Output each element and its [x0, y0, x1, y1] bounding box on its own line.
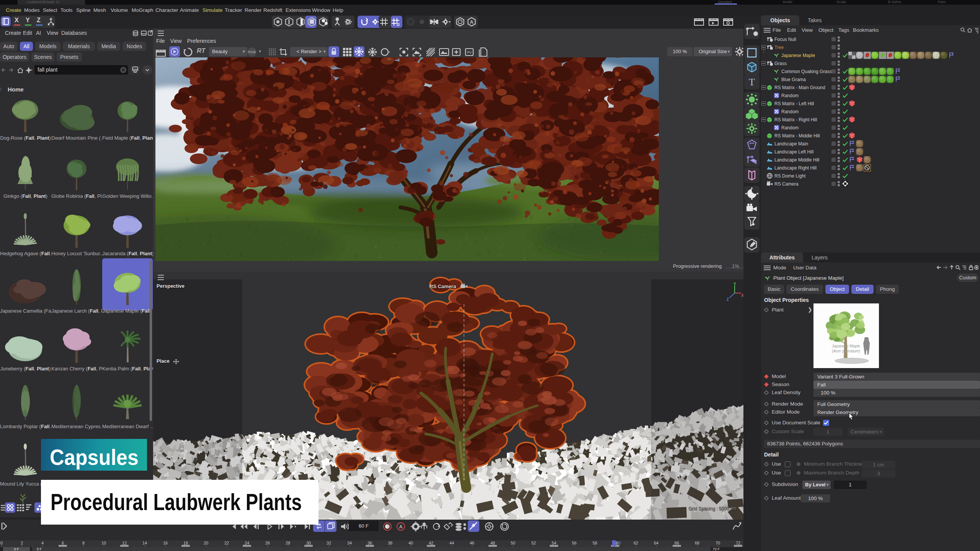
- svg-text:PV: PV: [467, 51, 472, 54]
- svg-text:Z: Z: [727, 297, 729, 302]
- svg-text:Y: Y: [733, 282, 736, 286]
- svg-text:(Acer palmatum): (Acer palmatum): [832, 349, 860, 353]
- svg-text:A: A: [399, 524, 403, 530]
- svg-text:T: T: [749, 77, 755, 88]
- svg-text:Japanese Maple: Japanese Maple: [832, 344, 860, 348]
- svg-text:A: A: [470, 19, 474, 25]
